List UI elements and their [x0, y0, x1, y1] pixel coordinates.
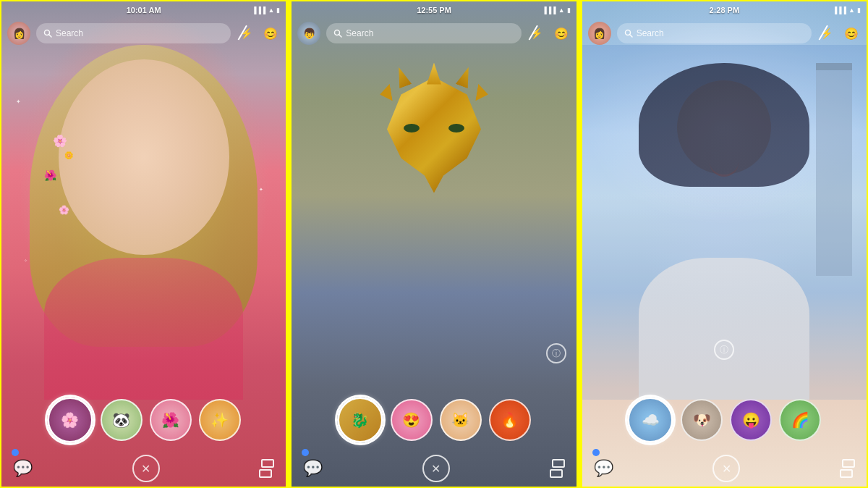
panel3-bottom-left-icon[interactable]: 💬	[594, 459, 613, 478]
panel2-info-icon: ⓘ	[546, 343, 566, 363]
panel2-time: 12:55 PM	[417, 6, 451, 14]
panel3-filter-1[interactable]: ☁️	[627, 397, 673, 443]
panel3-action-bar: 💬 ✕	[582, 450, 867, 487]
panel1-flash-button[interactable]: ⚡	[237, 24, 255, 43]
panel3-flash-button[interactable]: ⚡	[817, 24, 836, 43]
panel3-layer-top	[842, 459, 855, 468]
sparkle-1: ✦	[16, 98, 21, 105]
panel1-layers-icon	[259, 459, 274, 478]
panel2-camera-view	[292, 45, 576, 400]
panel3-bottom-bar: ⓘ ☁️ 🐶 😛 🌈 💬 ✕	[582, 392, 867, 487]
panel1-body	[44, 258, 243, 400]
panel1-avatar-icon: 👩	[7, 22, 30, 45]
panel3-layers-icon	[840, 459, 855, 478]
panel1-cancel-button[interactable]: ✕	[132, 455, 160, 482]
panel2-layers-icon	[550, 459, 565, 478]
panel1-filter-1[interactable]: 🌸	[47, 397, 93, 443]
panel3-layer-bottom	[840, 469, 853, 478]
panel2-signal-icon: ▐▐▐	[542, 7, 556, 14]
panel2-wifi-icon: ▲	[558, 7, 565, 14]
sparkle-2: ✧	[24, 258, 27, 263]
panel2-bottom-left-icon[interactable]: 💬	[303, 459, 323, 478]
panel1-layer-top	[261, 459, 274, 468]
panel2-flash-button[interactable]: ⚡	[527, 24, 546, 43]
panel3-search-bar[interactable]: Search	[617, 23, 812, 43]
floral-deco-4: 🌼	[64, 151, 73, 159]
panel1-search-bar[interactable]: Search	[36, 23, 231, 43]
svg-line-1	[49, 35, 52, 38]
panel1-avatar[interactable]: 👩	[7, 22, 30, 45]
panel3-info-icon: ⓘ	[714, 340, 734, 360]
panel1-camera-view: 🌸 🌺 🌸 🌼 ✦ ✧ ✦	[1, 45, 286, 400]
panel3-cancel-button[interactable]: ✕	[712, 455, 740, 482]
panel3-body	[639, 258, 809, 400]
panel2-filter-row: 🐉 😍 🐱 🔥	[292, 392, 576, 450]
panel2-top-bar: 👦 Search ⚡ 😊	[292, 19, 576, 48]
panel2-top-right-icons: ⚡ 😊	[527, 24, 571, 43]
panel3-face-icon-button[interactable]: 😊	[842, 24, 861, 43]
panel2-status-bar: 12:55 PM ▐▐▐ ▲ ▮	[292, 1, 576, 19]
panel3-search-label: Search	[637, 28, 664, 38]
panel2-layer-top	[552, 459, 565, 468]
panel1-bottom-bar: 🌸 🐼 🌺 ✨ 💬 ✕	[1, 392, 286, 487]
panel3-status-icons: ▐▐▐ ▲ ▮	[833, 7, 861, 14]
svg-line-5	[629, 35, 632, 38]
panel2-body	[334, 222, 533, 400]
panel2-filter-3[interactable]: 🐱	[440, 399, 482, 441]
panel2-avatar[interactable]: 👦	[297, 22, 320, 45]
panel2-layer-bottom	[550, 469, 563, 478]
panel2-filter-1[interactable]: 🐉	[337, 397, 383, 443]
panel3-face-icon: 😊	[844, 27, 859, 41]
panel2-face-icon: 😊	[554, 27, 569, 41]
panel2-filter-4[interactable]: 🔥	[489, 399, 531, 441]
panel2-bottom-bar: 🐉 😍 🐱 🔥 💬 ✕ ⓘ	[292, 392, 576, 487]
signal-icon: ▐▐▐	[252, 7, 265, 14]
panel3-info-button[interactable]: ⓘ	[714, 340, 734, 360]
panel3-cancel-icon: ✕	[722, 462, 731, 476]
panel1-status-icons: ▐▐▐ ▲ ▮	[252, 7, 280, 14]
panel2-search-label: Search	[346, 28, 373, 38]
panel2-search-bar[interactable]: Search	[326, 23, 521, 43]
panel3-battery-icon: ▮	[857, 7, 861, 14]
panel2-battery-icon: ▮	[567, 7, 571, 14]
panel3-filter-row: ☁️ 🐶 😛 🌈	[582, 392, 867, 450]
panel2-avatar-icon: 👦	[297, 22, 320, 45]
floral-deco-2: 🌺	[44, 169, 56, 181]
panel3-status-bar: 2:28 PM ▐▐▐ ▲ ▮	[582, 1, 867, 19]
panel1-stack-icon[interactable]	[259, 459, 274, 478]
panel1-filter-4[interactable]: ✨	[199, 399, 241, 441]
panel3-filter-3[interactable]: 😛	[730, 399, 772, 441]
panel2-cancel-button[interactable]: ✕	[422, 455, 450, 482]
panel3-blue-dot	[592, 449, 600, 456]
panel3-stack-icon[interactable]	[840, 459, 855, 478]
panel2-cancel-icon: ✕	[431, 462, 441, 476]
panel3-avatar[interactable]: 👩	[588, 22, 611, 45]
panel1-time: 10:01 AM	[127, 6, 161, 14]
panel2-stack-icon[interactable]	[550, 459, 565, 478]
panel3-wifi-icon: ▲	[848, 7, 855, 14]
panel1-status-bar: 10:01 AM ▐▐▐ ▲ ▮	[1, 1, 286, 19]
floral-deco-3: 🌸	[59, 205, 69, 215]
battery-icon: ▮	[276, 7, 280, 14]
floral-deco-1: 🌸	[53, 134, 67, 148]
panel1-filter-3[interactable]: 🌺	[150, 399, 192, 441]
wifi-icon: ▲	[268, 7, 274, 14]
panel1-filter-2[interactable]: 🐼	[101, 399, 142, 441]
panel2-filter-2[interactable]: 😍	[391, 399, 433, 441]
panel1-bottom-left-icon[interactable]: 💬	[13, 459, 33, 478]
panel1-face-icon-button[interactable]: 😊	[261, 24, 280, 43]
panel1-blue-dot	[12, 449, 19, 456]
panel3-building	[816, 63, 852, 276]
panel3-filter-2[interactable]: 🐶	[681, 399, 723, 441]
panel1-top-bar: 👩 Search ⚡ 😊	[1, 19, 286, 48]
panel2-status-icons: ▐▐▐ ▲ ▮	[542, 7, 571, 14]
panel1-action-bar: 💬 ✕	[1, 450, 286, 487]
panel2-face-icon-button[interactable]: 😊	[552, 24, 571, 43]
panel1-search-label: Search	[56, 28, 83, 38]
panel2-info-button[interactable]: ⓘ	[546, 343, 566, 363]
panel1-layer-bottom	[259, 469, 272, 478]
panel1-face	[59, 59, 229, 255]
panel2-action-bar: 💬 ✕	[292, 450, 576, 487]
panel2-search-icon	[333, 29, 342, 38]
panel3-filter-4[interactable]: 🌈	[779, 399, 821, 441]
